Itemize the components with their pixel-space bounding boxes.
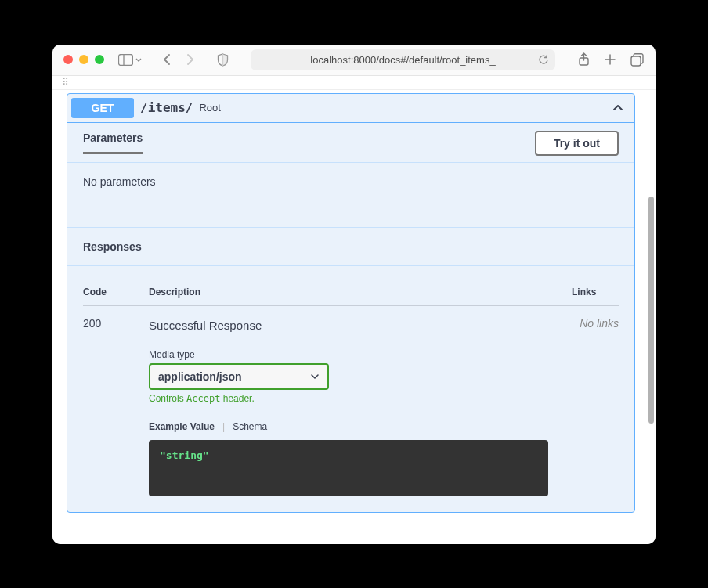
response-links: No links <box>580 317 619 496</box>
links-column-header: Links <box>572 287 619 298</box>
bookmarks-bar: ⠿ <box>52 76 656 90</box>
apps-grid-icon[interactable]: ⠿ <box>62 78 68 87</box>
responses-header: Responses <box>67 228 634 266</box>
svg-rect-3 <box>631 56 641 66</box>
example-value: "string" <box>160 449 209 461</box>
operation-path: /items/ <box>140 100 193 115</box>
accept-header-hint: Controls Accept header. <box>149 393 580 404</box>
reload-button[interactable] <box>538 54 549 65</box>
operation-block: GET /items/ Root Parameters Try it out N… <box>67 93 635 513</box>
parameters-tab[interactable]: Parameters <box>83 132 143 154</box>
minimize-window-button[interactable] <box>79 55 88 64</box>
operation-description: Root <box>199 102 220 114</box>
tabs-overview-button[interactable] <box>629 52 645 67</box>
chevron-up-icon <box>612 103 624 113</box>
browser-window: localhost:8000/docs#/default/root_items_… <box>52 45 656 544</box>
titlebar: localhost:8000/docs#/default/root_items_ <box>52 45 656 76</box>
responses-body: Code Description Links 200 Successful Re… <box>67 266 634 512</box>
page-content: GET /items/ Root Parameters Try it out N… <box>52 90 656 544</box>
close-window-button[interactable] <box>63 55 73 64</box>
share-button[interactable] <box>576 52 591 67</box>
response-description: Successful Response <box>149 319 580 332</box>
media-type-select[interactable]: application/json <box>149 363 329 390</box>
example-code-block: "string" <box>149 440 548 496</box>
address-bar-text: localhost:8000/docs#/default/root_items_ <box>310 54 495 66</box>
responses-table-header: Code Description Links <box>83 279 619 306</box>
maximize-window-button[interactable] <box>95 55 104 64</box>
example-schema-tabs: Example Value | Schema <box>149 421 580 432</box>
description-column-header: Description <box>149 287 572 298</box>
code-column-header: Code <box>83 287 149 298</box>
chevron-down-icon <box>310 372 320 381</box>
http-method-badge: GET <box>71 98 134 118</box>
parameters-header: Parameters Try it out <box>67 123 634 162</box>
chevron-down-icon <box>135 56 143 63</box>
response-row: 200 Successful Response Media type appli… <box>83 306 619 496</box>
sidebar-toggle-button[interactable] <box>118 54 143 66</box>
shield-icon[interactable] <box>215 52 230 67</box>
schema-tab[interactable]: Schema <box>233 421 267 432</box>
forward-button[interactable] <box>182 52 197 67</box>
window-controls <box>63 55 104 64</box>
example-value-tab[interactable]: Example Value <box>149 421 215 432</box>
new-tab-button[interactable] <box>602 52 618 67</box>
response-code: 200 <box>83 317 149 496</box>
try-it-out-button[interactable]: Try it out <box>535 131 619 156</box>
svg-rect-0 <box>119 54 133 65</box>
operation-summary[interactable]: GET /items/ Root <box>67 94 634 123</box>
no-parameters-text: No parameters <box>83 175 156 188</box>
back-button[interactable] <box>160 52 175 67</box>
scrollbar-thumb[interactable] <box>648 197 654 424</box>
media-type-label: Media type <box>149 349 580 360</box>
parameters-body: No parameters <box>67 162 634 228</box>
address-bar[interactable]: localhost:8000/docs#/default/root_items_ <box>251 49 555 70</box>
media-type-value: application/json <box>158 370 242 383</box>
